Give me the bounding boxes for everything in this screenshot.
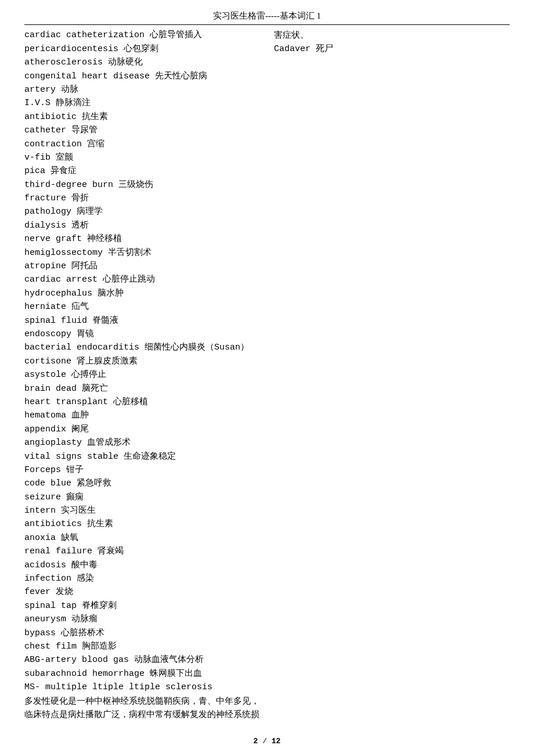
page-sep: / — [258, 737, 271, 746]
vocabulary-term: cardiac arrest 心脏停止跳动 — [24, 273, 260, 286]
vocabulary-term: cardiac catheterization 心脏导管插入 — [24, 28, 260, 42]
vocabulary-columns: cardiac catheterization 心脏导管插入pericardio… — [24, 28, 510, 731]
vocabulary-term: fever 发烧 — [24, 585, 260, 599]
vocabulary-term: cortisone 肾上腺皮质激素 — [24, 355, 260, 368]
page-header: 实习医生格雷-----基本词汇 1 — [24, 9, 510, 25]
vocabulary-term: spinal fluid 脊髓液 — [24, 314, 260, 327]
vocabulary-term: aneurysm 动脉瘤 — [24, 613, 260, 626]
vocabulary-term: nerve graft 神经移植 — [24, 232, 260, 246]
vocabulary-term: congenital heart disease 先天性心脏病 — [24, 70, 260, 83]
vocabulary-term: code blue 紧急呼救 — [24, 477, 260, 490]
vocabulary-term: vital signs stable 生命迹象稳定 — [24, 450, 260, 463]
vocabulary-term: asystole 心搏停止 — [24, 368, 260, 381]
vocabulary-term: pathology 病理学 — [24, 205, 260, 218]
vocabulary-term: ABG-artery blood gas 动脉血液气体分析 — [24, 653, 260, 667]
vocabulary-term: bacterial endocarditis 细菌性心内膜炎（Susan） — [24, 341, 260, 354]
vocabulary-term: antibiotics 抗生素 — [24, 517, 260, 531]
vocabulary-term: catheter 导尿管 — [24, 124, 260, 137]
vocabulary-term: chest film 胸部造影 — [24, 640, 260, 653]
vocabulary-term: seizure 癫痫 — [24, 491, 260, 504]
vocabulary-term: atropine 阿托品 — [24, 260, 260, 273]
vocabulary-term: artery 动脉 — [24, 83, 260, 96]
vocabulary-term: hydrocephalus 脑水肿 — [24, 287, 260, 300]
vocabulary-term: acidosis 酸中毒 — [24, 559, 260, 572]
page-footer: 2 / 12 — [24, 736, 510, 747]
vocabulary-term: contraction 宫缩 — [24, 138, 260, 151]
vocabulary-term: antibiotic 抗生素 — [24, 110, 260, 124]
vocabulary-term: third-degree burn 三级烧伤 — [24, 178, 260, 192]
vocabulary-term: heart transplant 心脏移植 — [24, 395, 260, 409]
vocabulary-term: pica 异食症 — [24, 164, 260, 178]
vocabulary-term: dialysis 透析 — [24, 219, 260, 232]
vocabulary-term: angioplasty 血管成形术 — [24, 436, 260, 449]
vocabulary-term: v-fib 室颤 — [24, 151, 260, 164]
vocabulary-term: hemiglossectomy 半舌切割术 — [24, 246, 260, 260]
vocabulary-term: MS- multiple ltiple ltiple sclerosis — [24, 681, 260, 694]
vocabulary-term: brain dead 脑死亡 — [24, 382, 260, 395]
vocabulary-term: hematoma 血肿 — [24, 409, 260, 422]
vocabulary-term: I.V.S 静脉滴注 — [24, 96, 260, 110]
vocabulary-term: bypass 心脏搭桥术 — [24, 627, 260, 640]
vocabulary-term: Cadaver 死尸 — [274, 42, 510, 56]
vocabulary-term: appendix 阑尾 — [24, 423, 260, 436]
vocabulary-term: Forceps 钳子 — [24, 463, 260, 477]
vocabulary-term: spinal tap 脊椎穿刺 — [24, 599, 260, 613]
vocabulary-term: intern 实习医生 — [24, 504, 260, 517]
vocabulary-term: atherosclerosis 动脉硬化 — [24, 56, 260, 69]
vocabulary-term: herniate 疝气 — [24, 300, 260, 314]
vocabulary-term: subarachnoid hemorrhage 蛛网膜下出血 — [24, 667, 260, 681]
vocabulary-term: endoscopy 胃镜 — [24, 327, 260, 341]
vocabulary-term: anoxia 缺氧 — [24, 531, 260, 545]
vocabulary-term: renal failure 肾衰竭 — [24, 545, 260, 558]
page-total: 12 — [272, 737, 281, 746]
vocabulary-term: infection 感染 — [24, 572, 260, 585]
vocabulary-term: fracture 骨折 — [24, 192, 260, 205]
vocabulary-term: pericardiocentesis 心包穿刺 — [24, 42, 260, 56]
